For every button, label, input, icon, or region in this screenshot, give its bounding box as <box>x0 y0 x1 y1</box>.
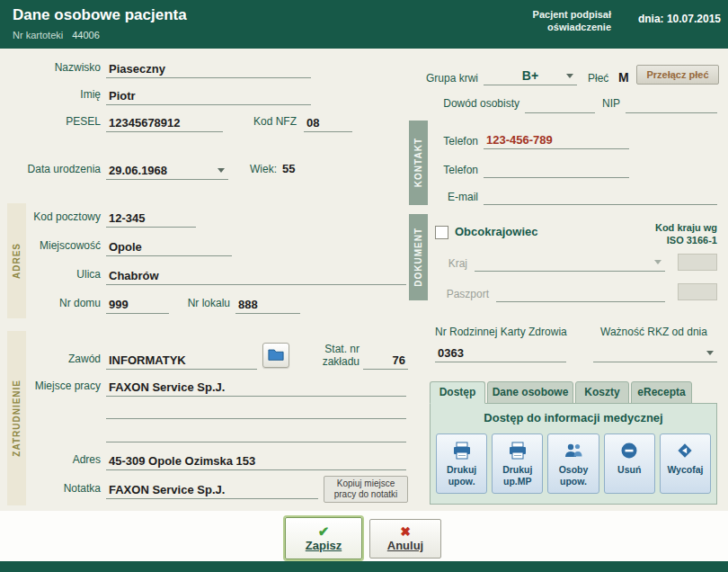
country-code-box[interactable] <box>678 254 717 271</box>
button-label: Drukuj up.MP <box>493 464 542 487</box>
birthdate-label: Data urodzenia <box>9 163 101 175</box>
nip-label: NIP <box>597 97 620 110</box>
pesel-value: 12345678912 <box>109 116 181 130</box>
button-label: Wycofaj <box>667 464 703 476</box>
blood-group-field[interactable]: B+ <box>484 65 577 85</box>
note-value: FAXON Service Sp.J. <box>109 483 225 496</box>
city-field[interactable]: Opole <box>106 236 232 256</box>
phone1-label: Telefon <box>428 135 478 147</box>
blood-group-value: B+ <box>522 68 538 83</box>
remove-icon <box>620 440 638 461</box>
pesel-label: PESEL <box>18 115 101 128</box>
patient-data-window: Dane osobowe pacjenta Nr kartoteki44006 … <box>0 0 728 572</box>
button-label: Drukuj upow. <box>437 464 486 487</box>
phone2-label: Telefon <box>428 164 478 176</box>
postal-code-field[interactable]: 12-345 <box>106 207 196 228</box>
window-header: Dane osobowe pacjenta Nr kartoteki44006 … <box>0 0 728 49</box>
record-number: 44006 <box>72 30 100 40</box>
print-authorization-mp-button[interactable]: Drukuj up.MP <box>492 433 543 494</box>
occupation-browse-button[interactable] <box>262 343 289 368</box>
access-panel: Dostęp do informacji medycznej Drukuj up… <box>430 403 717 505</box>
save-button[interactable]: ✔ Zapisz <box>285 517 362 559</box>
nip-field[interactable] <box>626 94 717 113</box>
birthdate-field[interactable]: 29.06.1968 <box>106 159 228 180</box>
rkz-validity-field[interactable] <box>593 342 717 362</box>
country-field[interactable] <box>475 252 665 272</box>
copy-workplace-to-note-button[interactable]: Kopiuj miejsce pracy do notatki <box>324 476 408 503</box>
flat-number-value: 888 <box>238 298 258 311</box>
employer-address-field[interactable]: 45-309 Opole Ozimska 153 <box>106 450 406 470</box>
record-number-line: Nr kartoteki44006 <box>13 30 100 40</box>
stat-number-field[interactable]: 76 <box>363 349 408 370</box>
printer-icon <box>452 440 472 461</box>
house-number-field[interactable]: 999 <box>106 293 169 314</box>
tab-erecepta[interactable]: eRecepta <box>631 381 692 404</box>
nfz-code-value: 08 <box>306 116 319 130</box>
sex-label: Płeć <box>588 72 617 85</box>
passport-field[interactable] <box>496 282 665 302</box>
workplace-extra-field-1[interactable] <box>106 398 406 419</box>
employer-address-label: Adres <box>18 453 101 466</box>
surname-field[interactable]: Piaseczny <box>106 58 311 78</box>
dropdown-arrow-icon <box>218 168 225 173</box>
pesel-field[interactable]: 12345678912 <box>106 112 223 132</box>
dropdown-arrow-icon <box>706 351 714 355</box>
toggle-sex-button[interactable]: Przełącz płeć <box>636 65 719 85</box>
city-label: Miejscowość <box>18 239 101 252</box>
surname-value: Piaseczny <box>109 62 165 76</box>
check-icon: ✔ <box>318 524 330 538</box>
street-field[interactable]: Chabrów <box>106 264 406 285</box>
phone2-field[interactable] <box>484 156 629 178</box>
page-title: Dane osobowe pacjenta <box>13 6 187 24</box>
window-footer <box>0 561 728 572</box>
email-field[interactable] <box>484 185 717 205</box>
workplace-value: FAXON Service Sp.J. <box>109 380 225 394</box>
access-panel-buttons: Drukuj upow. Drukuj up.MP Osoby upow. Us… <box>436 433 711 494</box>
foreigner-checkbox[interactable] <box>435 226 448 239</box>
workplace-extra-field-2[interactable] <box>106 422 406 442</box>
remove-button[interactable]: Usuń <box>604 433 655 494</box>
rkz-number-value: 0363 <box>438 346 464 360</box>
firstname-field[interactable]: Piotr <box>106 85 311 105</box>
people-icon <box>564 440 583 461</box>
bottom-action-bar <box>0 511 728 561</box>
folder-icon <box>268 348 284 363</box>
cancel-button[interactable]: ✖ Anuluj <box>369 519 441 559</box>
postal-code-label: Kod pocztowy <box>18 210 101 223</box>
dropdown-arrow-icon <box>566 74 573 78</box>
occupation-value: INFORMATYK <box>109 353 186 367</box>
phone1-field[interactable]: 123-456-789 <box>484 128 629 149</box>
nfz-code-field[interactable]: 08 <box>304 112 352 132</box>
rkz-number-field[interactable]: 0363 <box>435 342 566 362</box>
foreigner-label: Obcokrajowiec <box>455 225 537 238</box>
cancel-label: Anuluj <box>387 539 423 552</box>
occupation-field[interactable]: INFORMATYK <box>106 349 257 370</box>
flat-number-label: Nr lokalu <box>173 297 230 309</box>
passport-label: Paszport <box>412 288 489 300</box>
button-label: Usuń <box>617 464 641 476</box>
house-number-value: 999 <box>109 298 129 311</box>
flat-number-field[interactable]: 888 <box>235 293 300 314</box>
button-label: Osoby upow. <box>548 464 598 487</box>
nfz-code-label: Kod NFZ <box>235 115 297 128</box>
stat-number-label: Stat. nr zakładu <box>293 343 360 369</box>
birthdate-value: 29.06.1968 <box>109 164 167 177</box>
authorized-persons-button[interactable]: Osoby upow. <box>547 433 599 494</box>
print-authorization-button[interactable]: Drukuj upow. <box>436 433 487 494</box>
country-code-label: Kod kraju wg ISO 3166-1 <box>640 221 717 247</box>
passport-code-box[interactable] <box>678 283 717 300</box>
withdraw-button[interactable]: Wycofaj <box>660 433 711 494</box>
tab-dane-osobowe[interactable]: Dane osobowe <box>487 381 573 404</box>
street-label: Ulica <box>18 268 101 281</box>
rkz-validity-label: Ważność RKZ od dnia <box>600 326 717 338</box>
workplace-field[interactable]: FAXON Service Sp.J. <box>106 376 406 397</box>
id-card-field[interactable] <box>525 94 595 113</box>
dropdown-arrow-icon <box>654 260 661 264</box>
street-value: Chabrów <box>109 269 159 282</box>
workplace-label: Miejsce pracy <box>18 380 101 392</box>
note-field[interactable]: FAXON Service Sp.J. <box>106 478 318 499</box>
sex-value: M <box>618 70 629 85</box>
tab-dostep[interactable]: Dostęp <box>430 381 485 404</box>
house-number-label: Nr domu <box>18 297 101 309</box>
tab-koszty[interactable]: Koszty <box>575 381 629 404</box>
